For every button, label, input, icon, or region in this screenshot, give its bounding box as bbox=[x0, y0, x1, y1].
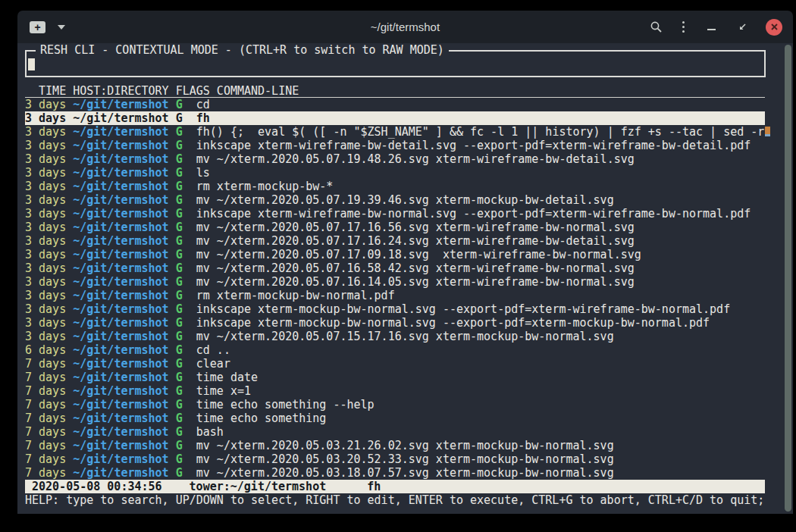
history-row[interactable]: 3 days ~/git/termshot G mv ~/xterm.2020.… bbox=[25, 193, 765, 207]
history-row[interactable]: 3 days ~/git/termshot G mv ~/xterm.2020.… bbox=[25, 330, 765, 343]
row-command: rm xterm-mockup-bw-normal.pdf bbox=[196, 289, 395, 302]
row-directory: ~/git/termshot bbox=[73, 452, 168, 466]
row-flags: G bbox=[176, 425, 183, 439]
history-row[interactable]: 3 days ~/git/termshot G inkscape xterm-w… bbox=[25, 139, 765, 152]
row-time: 7 days bbox=[25, 357, 66, 371]
history-row[interactable]: 3 days ~/git/termshot G mv ~/xterm.2020.… bbox=[25, 275, 765, 289]
restore-icon[interactable] bbox=[737, 22, 747, 33]
titlebar[interactable]: + ~/git/termshot bbox=[17, 11, 793, 43]
row-directory: ~/git/termshot bbox=[73, 234, 168, 248]
row-command: inkscape xterm-mockup-bw-normal.svg --ex… bbox=[196, 302, 730, 316]
history-row[interactable]: 7 days ~/git/termshot G mv ~/xterm.2020.… bbox=[25, 452, 765, 466]
row-command: time echo something bbox=[196, 412, 327, 425]
terminal-screen: RESH CLI - CONTEXTUAL MODE - (CTRL+R to … bbox=[17, 43, 793, 514]
row-directory: ~/git/termshot bbox=[73, 384, 168, 398]
row-command: cd .. bbox=[196, 343, 230, 357]
row-command: time x=1 bbox=[196, 384, 251, 398]
history-row[interactable]: 7 days ~/git/termshot G time echo someth… bbox=[25, 398, 765, 412]
history-row[interactable]: 7 days ~/git/termshot G mv ~/xterm.2020.… bbox=[25, 466, 765, 480]
row-command: mv ~/xterm.2020.05.07.16.58.42.svg xterm… bbox=[196, 261, 635, 275]
row-directory: ~/git/termshot bbox=[73, 316, 168, 330]
row-command: rm xterm-mockup-bw-* bbox=[196, 180, 334, 193]
history-row[interactable]: 3 days ~/git/termshot G mv ~/xterm.2020.… bbox=[25, 261, 765, 275]
row-time: 3 days bbox=[25, 221, 66, 234]
search-input[interactable]: RESH CLI - CONTEXTUAL MODE - (CTRL+R to … bbox=[25, 50, 766, 77]
history-row[interactable]: 3 days ~/git/termshot G inkscape xterm-m… bbox=[25, 316, 765, 330]
history-row[interactable]: 7 days ~/git/termshot G time date bbox=[25, 371, 765, 384]
row-time: 3 days bbox=[25, 234, 66, 248]
history-row[interactable]: 7 days ~/git/termshot G clear bbox=[25, 357, 765, 371]
row-flags: G bbox=[176, 384, 183, 398]
row-directory: ~/git/termshot bbox=[73, 152, 168, 166]
history-row[interactable]: 3 days ~/git/termshot G mv ~/xterm.2020.… bbox=[25, 221, 765, 234]
history-row[interactable]: 7 days ~/git/termshot G time x=1 bbox=[25, 384, 765, 398]
history-row[interactable]: 3 days ~/git/termshot G rm xterm-mockup-… bbox=[25, 180, 765, 193]
row-command: clear bbox=[196, 357, 230, 371]
history-list: 3 days ~/git/termshot G cd3 days ~/git/t… bbox=[25, 98, 765, 480]
row-directory: ~/git/termshot bbox=[73, 425, 168, 439]
row-flags: G bbox=[176, 139, 183, 152]
row-directory: ~/git/termshot bbox=[73, 166, 168, 180]
history-row[interactable]: 3 days ~/git/termshot G ls bbox=[25, 166, 765, 180]
history-row[interactable]: 3 days ~/git/termshot G cd bbox=[25, 98, 765, 111]
history-row[interactable]: 3 days ~/git/termshot G inkscape xterm-m… bbox=[25, 302, 765, 316]
row-directory: ~/git/termshot bbox=[73, 261, 168, 275]
history-row[interactable]: 3 days ~/git/termshot G inkscape xterm-w… bbox=[25, 207, 765, 221]
row-command: mv ~/xterm.2020.05.03.18.07.57.svg xterm… bbox=[196, 466, 614, 480]
search-icon[interactable] bbox=[650, 20, 663, 33]
row-command: mv ~/xterm.2020.05.07.15.17.16.svg xterm… bbox=[196, 330, 614, 343]
row-flags: G bbox=[176, 248, 183, 261]
row-flags: G bbox=[176, 371, 183, 384]
row-time: 3 days bbox=[25, 316, 66, 330]
row-time: 3 days bbox=[25, 98, 66, 111]
close-icon[interactable] bbox=[766, 19, 782, 36]
row-time: 3 days bbox=[25, 289, 66, 302]
row-directory: ~/git/termshot bbox=[73, 357, 168, 371]
row-command: cd bbox=[196, 98, 210, 111]
history-row[interactable]: 6 days ~/git/termshot G cd .. bbox=[25, 343, 765, 357]
row-flags: G bbox=[176, 398, 183, 412]
status-host-directory: tower:~/git/termshot bbox=[190, 480, 327, 493]
row-command: time echo something --help bbox=[196, 398, 374, 412]
row-directory: ~/git/termshot bbox=[73, 180, 168, 193]
row-time: 3 days bbox=[25, 180, 66, 193]
row-flags: G bbox=[176, 261, 183, 275]
row-time: 3 days bbox=[25, 207, 66, 221]
row-time: 7 days bbox=[25, 398, 66, 412]
row-command: inkscape xterm-wireframe-bw-normal.svg -… bbox=[196, 207, 751, 221]
history-row[interactable]: 3 days ~/git/termshot G fh bbox=[25, 111, 765, 125]
row-time: 7 days bbox=[25, 452, 66, 466]
row-directory: ~/git/termshot bbox=[73, 275, 168, 289]
row-time: 3 days bbox=[25, 111, 66, 125]
row-time: 3 days bbox=[25, 275, 66, 289]
history-row[interactable]: 3 days ~/git/termshot G rm xterm-mockup-… bbox=[25, 289, 765, 302]
row-directory: ~/git/termshot bbox=[73, 330, 168, 343]
terminal-window: + ~/git/termshot bbox=[17, 11, 793, 514]
row-flags: G bbox=[176, 234, 183, 248]
row-command: inkscape xterm-mockup-bw-normal.svg --ex… bbox=[196, 316, 710, 330]
row-command: mv ~/xterm.2020.05.03.21.26.02.svg xterm… bbox=[196, 439, 614, 452]
history-list-header: TIME HOST:DIRECTORY FLAGS COMMAND-LINE bbox=[25, 84, 765, 98]
row-flags: G bbox=[176, 98, 183, 111]
row-flags: G bbox=[176, 330, 183, 343]
history-row[interactable]: 3 days ~/git/termshot G mv ~/xterm.2020.… bbox=[25, 248, 765, 261]
row-flags: G bbox=[176, 152, 183, 166]
history-row[interactable]: 3 days ~/git/termshot G mv ~/xterm.2020.… bbox=[25, 234, 765, 248]
history-row[interactable]: 3 days ~/git/termshot G fh() {; eval $( … bbox=[25, 125, 765, 139]
row-command: mv ~/xterm.2020.05.03.20.52.33.svg xterm… bbox=[196, 452, 614, 466]
scrollbar[interactable] bbox=[785, 45, 791, 512]
history-row[interactable]: 7 days ~/git/termshot G bash bbox=[25, 425, 765, 439]
row-directory: ~/git/termshot bbox=[73, 439, 168, 452]
row-time: 3 days bbox=[25, 302, 66, 316]
history-row[interactable]: 7 days ~/git/termshot G time echo someth… bbox=[25, 412, 765, 425]
kebab-menu-icon[interactable] bbox=[682, 20, 685, 34]
row-directory: ~/git/termshot bbox=[73, 111, 168, 125]
row-flags: G bbox=[176, 316, 183, 330]
history-row[interactable]: 7 days ~/git/termshot G mv ~/xterm.2020.… bbox=[25, 439, 765, 452]
row-command: bash bbox=[196, 425, 224, 439]
row-command: mv ~/xterm.2020.05.07.19.48.26.svg xterm… bbox=[196, 152, 635, 166]
history-row[interactable]: 3 days ~/git/termshot G mv ~/xterm.2020.… bbox=[25, 152, 765, 166]
row-time: 3 days bbox=[25, 166, 66, 180]
minimize-icon[interactable] bbox=[707, 29, 716, 30]
resh-mode-title: RESH CLI - CONTEXTUAL MODE - (CTRL+R to … bbox=[36, 43, 449, 57]
